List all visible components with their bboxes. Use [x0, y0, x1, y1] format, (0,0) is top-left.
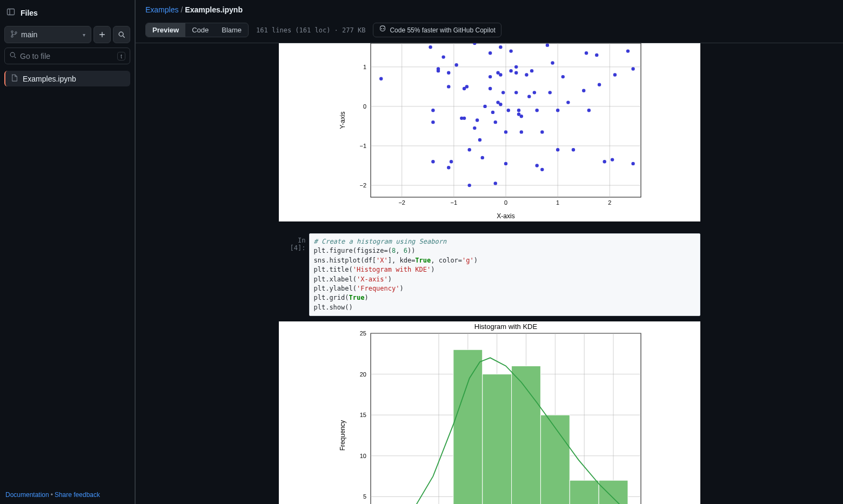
- svg-point-35: [447, 85, 450, 88]
- file-icon: [11, 74, 18, 83]
- svg-point-88: [548, 91, 551, 94]
- svg-line-8: [15, 57, 16, 58]
- svg-text:25: 25: [359, 330, 366, 337]
- svg-point-30: [379, 77, 383, 80]
- svg-point-85: [540, 130, 544, 133]
- svg-point-97: [587, 109, 590, 112]
- code-block[interactable]: # Create a histogram using Seaborn plt.f…: [309, 233, 700, 316]
- svg-text:−2: −2: [398, 199, 405, 206]
- svg-text:1: 1: [363, 64, 366, 70]
- svg-point-92: [561, 75, 564, 78]
- doc-link[interactable]: Documentation: [5, 491, 49, 499]
- svg-point-47: [467, 148, 471, 151]
- svg-point-87: [545, 43, 548, 46]
- breadcrumb-parent[interactable]: Examples: [145, 5, 178, 14]
- panel-collapse-icon[interactable]: [6, 8, 15, 18]
- copilot-icon: [379, 25, 386, 35]
- add-file-button[interactable]: [93, 26, 111, 43]
- svg-point-66: [501, 91, 504, 94]
- file-sidebar: Files main ▾ Go to file t: [0, 0, 135, 504]
- svg-line-6: [123, 36, 125, 38]
- feedback-link[interactable]: Share feedback: [55, 491, 100, 499]
- svg-text:0: 0: [363, 103, 366, 110]
- branch-selector[interactable]: main ▾: [4, 26, 91, 43]
- svg-point-95: [582, 89, 585, 92]
- svg-point-53: [480, 156, 484, 159]
- svg-point-75: [517, 109, 520, 112]
- svg-point-9: [382, 28, 383, 29]
- svg-point-56: [488, 75, 491, 78]
- file-item-examples[interactable]: Examples.ipynb: [4, 71, 130, 86]
- svg-point-93: [566, 100, 570, 104]
- file-toolbar: Preview Code Blame 161 lines (161 loc) ·…: [136, 19, 843, 43]
- svg-point-69: [506, 109, 510, 112]
- copilot-banner[interactable]: Code 55% faster with GitHub Copilot: [373, 23, 501, 37]
- svg-point-42: [454, 63, 458, 66]
- svg-point-73: [514, 71, 518, 75]
- svg-point-63: [499, 103, 502, 106]
- svg-point-96: [584, 51, 587, 55]
- svg-point-84: [535, 164, 538, 167]
- svg-point-81: [530, 69, 533, 72]
- sidebar-title: Files: [21, 9, 38, 17]
- svg-text:2: 2: [608, 199, 611, 206]
- svg-point-57: [488, 51, 491, 55]
- notebook-content[interactable]: −2−1012−2−101X-axisY-axis In [4]: # Crea…: [136, 43, 843, 504]
- svg-point-65: [499, 45, 502, 49]
- svg-point-34: [441, 55, 445, 58]
- svg-point-103: [626, 49, 629, 52]
- svg-point-80: [527, 95, 531, 98]
- svg-text:Y-axis: Y-axis: [339, 111, 346, 129]
- svg-point-52: [478, 138, 481, 142]
- svg-point-51: [475, 118, 478, 122]
- svg-point-83: [535, 109, 538, 112]
- svg-point-74: [514, 65, 518, 69]
- file-search-input[interactable]: Go to file t: [4, 48, 130, 64]
- branch-row: main ▾: [0, 26, 135, 48]
- file-tree: Examples.ipynb: [0, 69, 135, 89]
- svg-point-60: [493, 182, 497, 185]
- sidebar-footer: Documentation•Share feedback: [0, 486, 135, 504]
- svg-point-2: [11, 31, 13, 32]
- svg-point-99: [597, 83, 600, 86]
- svg-rect-132: [570, 480, 599, 504]
- svg-text:−1: −1: [450, 199, 457, 206]
- svg-rect-0: [8, 9, 15, 15]
- svg-text:X-axis: X-axis: [497, 212, 514, 220]
- svg-point-38: [431, 120, 434, 124]
- breadcrumb-current: Examples.ipynb: [185, 5, 243, 14]
- histogram-output: Histogram with KDE510152025Frequency: [279, 321, 700, 504]
- svg-point-91: [556, 148, 559, 151]
- svg-point-101: [610, 158, 613, 161]
- main-panel: Examples/Examples.ipynb Preview Code Bla…: [135, 0, 843, 504]
- svg-point-48: [467, 184, 471, 187]
- svg-text:Frequency: Frequency: [339, 420, 346, 451]
- svg-point-98: [595, 53, 598, 57]
- svg-point-4: [15, 31, 17, 33]
- svg-point-82: [532, 91, 536, 94]
- svg-text:1: 1: [556, 199, 559, 206]
- svg-point-68: [504, 162, 507, 165]
- histogram-chart: Histogram with KDE510152025Frequency: [322, 321, 657, 504]
- svg-point-55: [488, 87, 491, 90]
- branch-name: main: [21, 30, 37, 39]
- svg-point-64: [499, 73, 502, 76]
- svg-rect-133: [599, 480, 628, 504]
- tab-blame[interactable]: Blame: [215, 23, 248, 37]
- svg-point-102: [613, 73, 616, 76]
- tab-code[interactable]: Code: [185, 23, 215, 37]
- file-name: Examples.ipynb: [23, 75, 76, 83]
- cell-prompt: In [4]:: [279, 233, 306, 316]
- svg-point-45: [462, 117, 465, 120]
- svg-text:15: 15: [359, 412, 366, 418]
- svg-point-33: [436, 69, 439, 72]
- copilot-text: Code 55% faster with GitHub Copilot: [390, 26, 495, 34]
- svg-point-31: [429, 45, 432, 49]
- tab-preview[interactable]: Preview: [146, 23, 185, 37]
- svg-rect-128: [453, 350, 482, 504]
- svg-point-41: [449, 160, 452, 163]
- search-button[interactable]: [113, 26, 130, 43]
- svg-point-7: [10, 52, 15, 57]
- svg-point-59: [493, 120, 497, 124]
- chevron-down-icon: ▾: [83, 32, 85, 38]
